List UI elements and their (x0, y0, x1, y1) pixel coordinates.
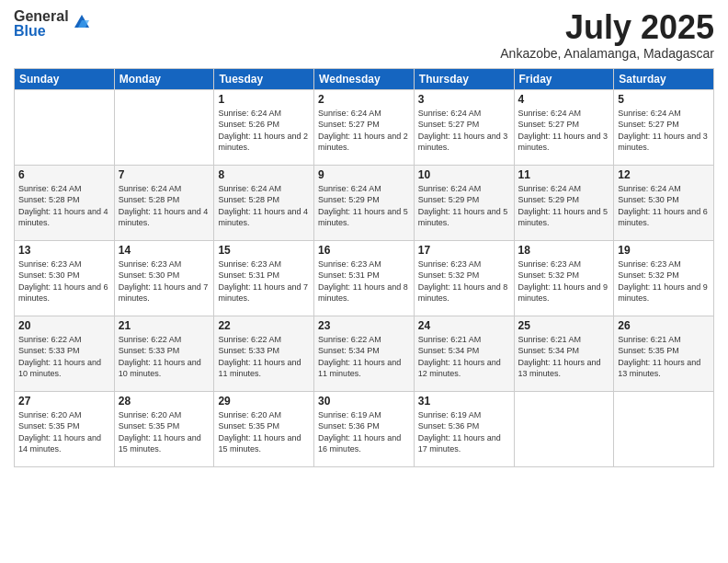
day-info: Sunrise: 6:22 AM Sunset: 5:33 PM Dayligh… (218, 334, 310, 380)
calendar-table: SundayMondayTuesdayWednesdayThursdayFrid… (14, 68, 714, 467)
day-number: 23 (318, 319, 410, 332)
day-info: Sunrise: 6:24 AM Sunset: 5:28 PM Dayligh… (119, 183, 210, 229)
day-number: 13 (18, 244, 110, 257)
day-number: 17 (418, 244, 510, 257)
calendar-cell: 4Sunrise: 6:24 AM Sunset: 5:27 PM Daylig… (514, 89, 614, 165)
day-info: Sunrise: 6:20 AM Sunset: 5:35 PM Dayligh… (119, 409, 210, 455)
title-section: July 2025 Ankazobe, Analamanga, Madagasc… (500, 9, 714, 61)
logo: General Blue (14, 9, 93, 39)
day-info: Sunrise: 6:19 AM Sunset: 5:36 PM Dayligh… (318, 409, 410, 455)
calendar-cell: 16Sunrise: 6:23 AM Sunset: 5:31 PM Dayli… (314, 240, 415, 316)
location-text: Ankazobe, Analamanga, Madagascar (500, 46, 714, 61)
day-info: Sunrise: 6:20 AM Sunset: 5:35 PM Dayligh… (218, 409, 310, 455)
day-number: 4 (518, 93, 610, 106)
calendar-cell: 28Sunrise: 6:20 AM Sunset: 5:35 PM Dayli… (114, 391, 214, 466)
calendar-cell: 31Sunrise: 6:19 AM Sunset: 5:36 PM Dayli… (414, 391, 514, 466)
day-info: Sunrise: 6:21 AM Sunset: 5:35 PM Dayligh… (618, 334, 710, 380)
calendar-week-2: 6Sunrise: 6:24 AM Sunset: 5:28 PM Daylig… (15, 165, 714, 240)
calendar-cell (114, 89, 214, 165)
day-info: Sunrise: 6:24 AM Sunset: 5:29 PM Dayligh… (418, 183, 510, 229)
day-info: Sunrise: 6:24 AM Sunset: 5:27 PM Dayligh… (518, 108, 610, 154)
day-number: 19 (618, 244, 710, 257)
calendar-cell: 29Sunrise: 6:20 AM Sunset: 5:35 PM Dayli… (214, 391, 314, 466)
calendar-cell (614, 391, 714, 466)
calendar-cell: 13Sunrise: 6:23 AM Sunset: 5:30 PM Dayli… (15, 240, 115, 316)
day-number: 5 (618, 93, 710, 106)
day-number: 10 (418, 168, 510, 181)
day-info: Sunrise: 6:24 AM Sunset: 5:29 PM Dayligh… (318, 183, 410, 229)
calendar-cell: 15Sunrise: 6:23 AM Sunset: 5:31 PM Dayli… (214, 240, 314, 316)
day-number: 29 (218, 395, 310, 408)
calendar-cell: 19Sunrise: 6:23 AM Sunset: 5:32 PM Dayli… (614, 240, 714, 316)
logo-icon (71, 11, 93, 33)
day-info: Sunrise: 6:22 AM Sunset: 5:34 PM Dayligh… (318, 334, 410, 380)
calendar-header-thursday: Thursday (414, 68, 514, 89)
calendar-cell: 3Sunrise: 6:24 AM Sunset: 5:27 PM Daylig… (414, 89, 514, 165)
calendar-cell: 11Sunrise: 6:24 AM Sunset: 5:29 PM Dayli… (514, 165, 614, 240)
day-info: Sunrise: 6:24 AM Sunset: 5:27 PM Dayligh… (618, 108, 710, 154)
day-info: Sunrise: 6:19 AM Sunset: 5:36 PM Dayligh… (418, 409, 510, 455)
calendar-cell: 18Sunrise: 6:23 AM Sunset: 5:32 PM Dayli… (514, 240, 614, 316)
logo-blue: Blue (14, 24, 69, 39)
calendar-cell: 20Sunrise: 6:22 AM Sunset: 5:33 PM Dayli… (15, 316, 115, 391)
day-number: 7 (119, 168, 210, 181)
calendar-header-friday: Friday (514, 68, 614, 89)
day-info: Sunrise: 6:23 AM Sunset: 5:32 PM Dayligh… (418, 259, 510, 304)
calendar-cell: 12Sunrise: 6:24 AM Sunset: 5:30 PM Dayli… (614, 165, 714, 240)
day-info: Sunrise: 6:24 AM Sunset: 5:27 PM Dayligh… (318, 108, 410, 154)
day-number: 6 (18, 168, 110, 181)
day-info: Sunrise: 6:21 AM Sunset: 5:34 PM Dayligh… (518, 334, 610, 380)
day-number: 20 (18, 319, 110, 332)
calendar-cell: 25Sunrise: 6:21 AM Sunset: 5:34 PM Dayli… (514, 316, 614, 391)
day-info: Sunrise: 6:21 AM Sunset: 5:34 PM Dayligh… (418, 334, 510, 380)
day-number: 2 (318, 93, 410, 106)
calendar-cell: 8Sunrise: 6:24 AM Sunset: 5:28 PM Daylig… (214, 165, 314, 240)
calendar-cell: 26Sunrise: 6:21 AM Sunset: 5:35 PM Dayli… (614, 316, 714, 391)
day-info: Sunrise: 6:24 AM Sunset: 5:28 PM Dayligh… (18, 183, 110, 229)
calendar-cell: 10Sunrise: 6:24 AM Sunset: 5:29 PM Dayli… (414, 165, 514, 240)
calendar-cell: 7Sunrise: 6:24 AM Sunset: 5:28 PM Daylig… (114, 165, 214, 240)
day-info: Sunrise: 6:24 AM Sunset: 5:26 PM Dayligh… (218, 108, 310, 154)
calendar-cell: 27Sunrise: 6:20 AM Sunset: 5:35 PM Dayli… (15, 391, 115, 466)
calendar-cell: 5Sunrise: 6:24 AM Sunset: 5:27 PM Daylig… (614, 89, 714, 165)
calendar-cell: 2Sunrise: 6:24 AM Sunset: 5:27 PM Daylig… (314, 89, 415, 165)
day-number: 12 (618, 168, 710, 181)
day-info: Sunrise: 6:23 AM Sunset: 5:30 PM Dayligh… (18, 259, 110, 304)
day-info: Sunrise: 6:20 AM Sunset: 5:35 PM Dayligh… (18, 409, 110, 455)
calendar-cell (514, 391, 614, 466)
calendar-header-row: SundayMondayTuesdayWednesdayThursdayFrid… (15, 68, 714, 89)
day-number: 11 (518, 168, 610, 181)
calendar-header-monday: Monday (114, 68, 214, 89)
day-info: Sunrise: 6:23 AM Sunset: 5:30 PM Dayligh… (119, 259, 210, 304)
logo-text: General Blue (14, 9, 69, 39)
calendar-cell: 23Sunrise: 6:22 AM Sunset: 5:34 PM Dayli… (314, 316, 415, 391)
month-year-title: July 2025 (500, 9, 714, 46)
day-number: 15 (218, 244, 310, 257)
day-number: 16 (318, 244, 410, 257)
calendar-cell: 22Sunrise: 6:22 AM Sunset: 5:33 PM Dayli… (214, 316, 314, 391)
day-info: Sunrise: 6:24 AM Sunset: 5:28 PM Dayligh… (218, 183, 310, 229)
day-info: Sunrise: 6:24 AM Sunset: 5:30 PM Dayligh… (618, 183, 710, 229)
calendar-cell: 1Sunrise: 6:24 AM Sunset: 5:26 PM Daylig… (214, 89, 314, 165)
day-number: 18 (518, 244, 610, 257)
day-number: 31 (418, 395, 510, 408)
calendar-cell (15, 89, 115, 165)
day-number: 9 (318, 168, 410, 181)
calendar-cell: 6Sunrise: 6:24 AM Sunset: 5:28 PM Daylig… (15, 165, 115, 240)
day-info: Sunrise: 6:24 AM Sunset: 5:27 PM Dayligh… (418, 108, 510, 154)
day-number: 27 (18, 395, 110, 408)
day-number: 26 (618, 319, 710, 332)
day-info: Sunrise: 6:24 AM Sunset: 5:29 PM Dayligh… (518, 183, 610, 229)
calendar-header-saturday: Saturday (614, 68, 714, 89)
calendar-cell: 24Sunrise: 6:21 AM Sunset: 5:34 PM Dayli… (414, 316, 514, 391)
day-number: 8 (218, 168, 310, 181)
day-info: Sunrise: 6:23 AM Sunset: 5:32 PM Dayligh… (618, 259, 710, 304)
day-info: Sunrise: 6:23 AM Sunset: 5:31 PM Dayligh… (318, 259, 410, 304)
day-number: 1 (218, 93, 310, 106)
calendar-week-3: 13Sunrise: 6:23 AM Sunset: 5:30 PM Dayli… (15, 240, 714, 316)
day-number: 22 (218, 319, 310, 332)
day-info: Sunrise: 6:23 AM Sunset: 5:32 PM Dayligh… (518, 259, 610, 304)
day-number: 30 (318, 395, 410, 408)
day-number: 25 (518, 319, 610, 332)
calendar-header-tuesday: Tuesday (214, 68, 314, 89)
